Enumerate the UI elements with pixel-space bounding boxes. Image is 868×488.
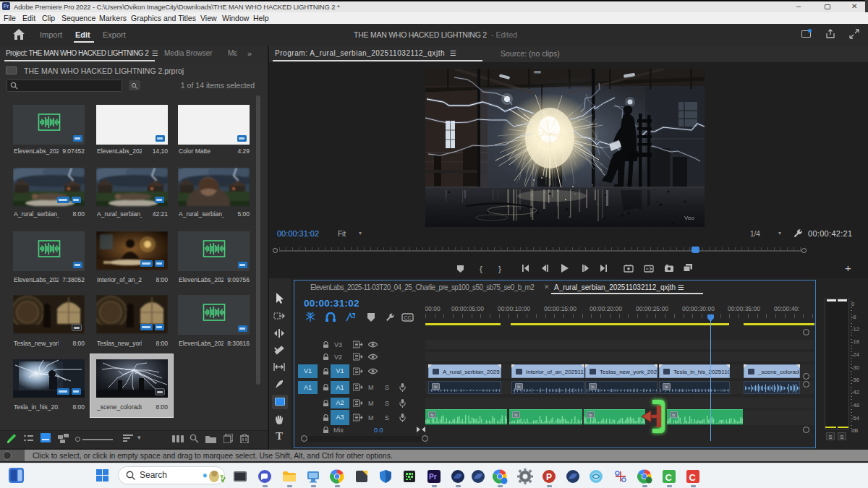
svg-text:P: P	[546, 472, 552, 482]
svg-text:CC: CC	[404, 315, 412, 320]
svg-text:C: C	[665, 472, 673, 483]
svg-text:T: T	[276, 430, 283, 442]
svg-text:{: {	[480, 265, 482, 273]
svg-text:C: C	[689, 472, 697, 483]
svg-text:Veo: Veo	[684, 215, 694, 221]
svg-text:}: }	[498, 265, 501, 273]
svg-text:Pr: Pr	[429, 473, 437, 481]
